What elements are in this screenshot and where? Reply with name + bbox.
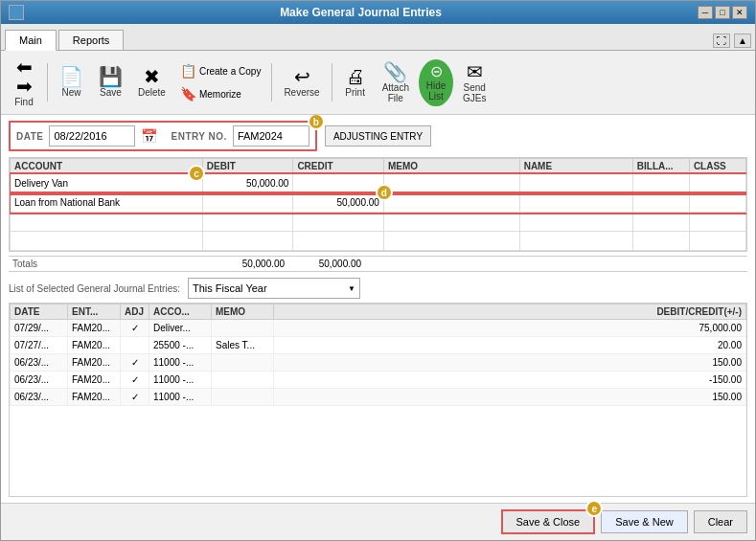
send-gjes-button[interactable]: ✉ SendGJEs xyxy=(457,58,492,107)
badge-d: d xyxy=(376,184,393,201)
list-item[interactable]: 07/29/... FAM20... ✓ Deliver... 75,000.0… xyxy=(11,320,746,337)
list-date: 06/23/... xyxy=(11,389,68,406)
list-item[interactable]: 06/23/... FAM20... ✓ 11000 -... 150.00 xyxy=(11,389,746,406)
row2-account[interactable]: Loan from National Bank xyxy=(11,193,203,213)
row3-credit[interactable] xyxy=(293,213,384,232)
row1-debit[interactable]: 50,000.00 xyxy=(202,174,293,193)
list-memo xyxy=(212,320,274,337)
window-icon xyxy=(9,5,24,20)
list-ent: FAM20... xyxy=(68,320,121,337)
row4-billa[interactable] xyxy=(632,232,689,251)
entry-no-input[interactable] xyxy=(233,125,309,147)
row1-memo[interactable] xyxy=(383,174,519,193)
footer: e Save & Close Save & New Clear xyxy=(1,503,755,540)
list-acco: Deliver... xyxy=(149,320,212,337)
new-icon: 📄 xyxy=(59,67,83,86)
row3-class[interactable] xyxy=(689,213,745,232)
row4-credit[interactable] xyxy=(293,232,384,251)
list-adj: ✓ xyxy=(121,389,149,406)
journal-table-header: ACCOUNT DEBIT CREDIT MEMO NAME BILLA... … xyxy=(11,159,746,174)
memorize-button[interactable]: 🔖 Memorize xyxy=(175,83,246,104)
col-debit: DEBIT xyxy=(202,159,293,174)
maximize-button[interactable]: □ xyxy=(715,6,730,19)
calendar-icon[interactable]: 📅 xyxy=(141,128,157,144)
list-acco: 11000 -... xyxy=(149,389,212,406)
row3-account[interactable] xyxy=(11,213,203,232)
list-memo xyxy=(212,354,274,372)
minimize-button[interactable]: ─ xyxy=(698,6,713,19)
attach-label: AttachFile xyxy=(382,82,409,103)
row4-memo[interactable] xyxy=(383,232,519,251)
row1-account[interactable]: c Delivery Van xyxy=(11,174,203,193)
tab-main[interactable]: Main xyxy=(5,30,57,51)
table-row[interactable] xyxy=(11,232,746,251)
reverse-button[interactable]: ↩ Reverse xyxy=(278,63,325,101)
row4-name[interactable] xyxy=(519,232,632,251)
list-ent: FAM20... xyxy=(68,354,121,372)
collapse-button[interactable]: ▲ xyxy=(734,34,751,48)
list-memo: Sales T... xyxy=(212,337,274,354)
save-close-wrapper: e Save & Close xyxy=(501,509,596,534)
list-item[interactable]: 06/23/... FAM20... ✓ 11000 -... -150.00 xyxy=(11,372,746,389)
totals-debit: 50,000.00 xyxy=(208,259,285,269)
row4-debit[interactable] xyxy=(202,232,293,251)
row2-credit[interactable]: 50,000.00 d xyxy=(293,193,384,213)
row3-memo[interactable] xyxy=(383,213,519,232)
window-title: Make General Journal Entries xyxy=(24,6,698,19)
list-amount: -150.00 xyxy=(274,372,746,389)
row2-name[interactable] xyxy=(519,193,632,213)
close-button[interactable]: ✕ xyxy=(732,6,747,19)
row2-memo[interactable] xyxy=(383,193,519,213)
filter-dropdown[interactable]: This Fiscal Year ▼ xyxy=(188,278,360,299)
hide-list-button[interactable]: ⊝ HideList xyxy=(419,59,453,106)
attach-icon: 📎 xyxy=(383,62,407,81)
list-table-wrapper: DATE ENT... ADJ ACCO... MEMO DEBIT/CREDI… xyxy=(9,303,747,497)
list-col-amount: DEBIT/CREDIT(+/-) xyxy=(274,304,746,320)
send-icon: ✉ xyxy=(467,62,483,81)
create-copy-button[interactable]: 📋 Create a Copy xyxy=(175,60,265,81)
list-date: 06/23/... xyxy=(11,372,68,389)
row2-debit[interactable] xyxy=(202,193,293,213)
tab-reports[interactable]: Reports xyxy=(58,30,125,50)
toolbar: ⬅ ➡ Find 📄 New 💾 Save ✖ Delete 📋 Create … xyxy=(1,51,755,115)
row3-name[interactable] xyxy=(519,213,632,232)
clear-button[interactable]: Clear xyxy=(694,510,747,533)
list-col-acco: ACCO... xyxy=(149,304,212,320)
attach-file-button[interactable]: 📎 AttachFile xyxy=(377,58,415,107)
delete-button[interactable]: ✖ Delete xyxy=(132,63,172,101)
row2-billa[interactable] xyxy=(632,193,689,213)
row3-debit[interactable] xyxy=(202,213,293,232)
row1-class[interactable] xyxy=(689,174,745,193)
save-label: Save xyxy=(100,87,122,98)
date-input[interactable] xyxy=(49,125,135,147)
print-button[interactable]: 🖨 Print xyxy=(338,63,373,101)
new-button[interactable]: 📄 New xyxy=(54,63,89,101)
fullscreen-button[interactable]: ⛶ xyxy=(713,34,730,48)
row4-class[interactable] xyxy=(689,232,745,251)
delete-label: Delete xyxy=(138,87,166,98)
col-account: ACCOUNT xyxy=(11,159,203,174)
row3-billa[interactable] xyxy=(632,213,689,232)
adjusting-entry-button[interactable]: ADJUSTING ENTRY xyxy=(325,125,431,147)
save-close-button[interactable]: Save & Close xyxy=(501,509,596,534)
memorize-icon: 🔖 xyxy=(180,86,196,101)
row2-class[interactable] xyxy=(689,193,745,213)
list-amount: 20.00 xyxy=(274,337,746,354)
save-button[interactable]: 💾 Save xyxy=(93,63,128,101)
table-row[interactable]: Loan from National Bank 50,000.00 d xyxy=(11,193,746,213)
row4-account[interactable] xyxy=(11,232,203,251)
save-new-button[interactable]: Save & New xyxy=(601,510,688,533)
list-adj xyxy=(121,337,149,354)
list-item[interactable]: 06/23/... FAM20... ✓ 11000 -... 150.00 xyxy=(11,354,746,372)
list-acco: 25500 -... xyxy=(149,337,212,354)
list-col-memo: MEMO xyxy=(212,304,274,320)
list-date: 07/29/... xyxy=(11,320,68,337)
list-table-header: DATE ENT... ADJ ACCO... MEMO DEBIT/CREDI… xyxy=(11,304,746,320)
list-item[interactable]: 07/27/... FAM20... 25500 -... Sales T...… xyxy=(11,337,746,354)
row1-name[interactable] xyxy=(519,174,632,193)
table-row[interactable] xyxy=(11,213,746,232)
list-adj: ✓ xyxy=(121,320,149,337)
row1-billa[interactable] xyxy=(632,174,689,193)
row1-credit[interactable] xyxy=(293,174,384,193)
find-button[interactable]: ⬅ ➡ Find xyxy=(7,54,41,111)
